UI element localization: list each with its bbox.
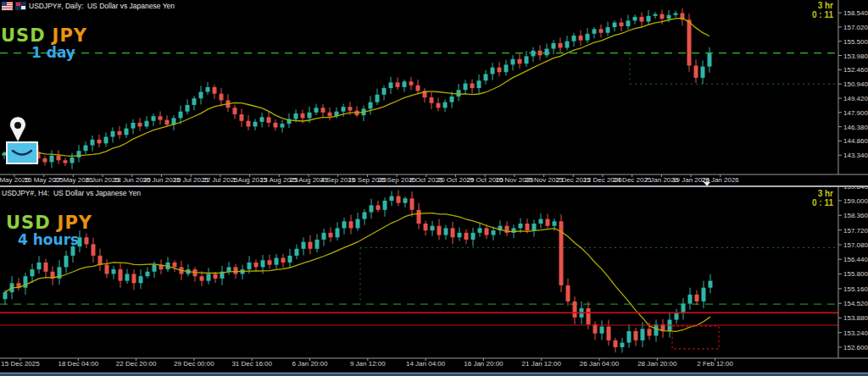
time-tick-label: 15 Dec 2025 [1, 360, 40, 368]
candle-body [687, 19, 692, 65]
candle-body [294, 113, 298, 119]
candle-body [152, 116, 156, 121]
moving-average-line [4, 19, 709, 157]
candle-body [370, 205, 374, 212]
candle-body [477, 80, 481, 88]
moving-average-line [5, 213, 710, 332]
candle-body [3, 292, 8, 299]
candle-body [531, 51, 536, 57]
candle-body [599, 29, 604, 32]
chart-title-h4: USDJPY#, H4: US Dollar vs Japanese Yen [2, 189, 141, 197]
candle-body [613, 23, 617, 28]
candle-body [559, 43, 563, 48]
candle-body [565, 41, 570, 48]
candle-body [309, 242, 313, 249]
price-tick-label: 159.640 [843, 187, 868, 191]
time-tick-label: 22 Dec 20:00 [116, 360, 157, 368]
candle-body [694, 65, 698, 77]
candle-countdown-h4: 3 hr 0 : 11 [812, 189, 833, 207]
candle-body [701, 67, 705, 78]
candle-body [342, 107, 346, 112]
candle-body [302, 242, 306, 249]
time-tick-label: 6 Jan 20:00 [292, 360, 328, 368]
time-tick-label: 9 Jan 12:00 [350, 360, 386, 368]
price-tick-label: 158.360 [843, 212, 868, 219]
candle-body [539, 219, 543, 224]
candle-body [695, 295, 699, 301]
candle-body [647, 16, 651, 22]
candle-body [626, 20, 631, 26]
candle-body [261, 260, 265, 267]
candle-body [206, 87, 210, 92]
chart-header-h4: USDJPY#, H4: US Dollar vs Japanese Yen [2, 189, 141, 197]
candle-body [348, 107, 353, 110]
candle-body [153, 265, 157, 272]
candle-body [220, 94, 224, 101]
candle-body [641, 329, 645, 340]
smile-box-icon[interactable] [6, 141, 38, 164]
candle-body [709, 281, 713, 288]
candle-body [336, 228, 340, 237]
candle-body [274, 123, 278, 128]
candle-body [173, 263, 177, 267]
candle-body [654, 14, 658, 16]
candle-body [275, 258, 279, 265]
countdown-time: 0 : 11 [812, 10, 833, 19]
candle-body [301, 113, 305, 119]
price-tick-label: 157.080 [843, 241, 868, 249]
time-tick-label: 18 Dec 04:00 [58, 360, 99, 368]
candle-body [315, 240, 320, 249]
daily-chart-canvas[interactable]: 158.540157.020155.500153.980152.460150.9… [0, 0, 868, 185]
candle-body [363, 213, 367, 219]
time-tick-label: 14 Jan 04:00 [406, 360, 446, 368]
candle-body [165, 120, 170, 125]
candle-body [91, 140, 95, 146]
candle-body [248, 263, 252, 269]
candle-body [105, 265, 109, 274]
candle-body [227, 267, 231, 271]
candle-body [138, 123, 142, 126]
candle-body [607, 327, 611, 340]
candle-body [457, 90, 461, 97]
candle-body [281, 258, 286, 263]
symbol-jpy-label: JPY [58, 213, 92, 233]
candle-body [118, 131, 122, 135]
candle-body [593, 29, 597, 34]
candle-body [498, 68, 502, 73]
red-levels-group [0, 312, 838, 348]
candle-body [648, 329, 652, 335]
candle-body [660, 14, 665, 19]
price-tick-label: 159.000 [843, 197, 868, 205]
candle-body [254, 263, 259, 267]
candle-body [186, 105, 190, 112]
h4-chart-canvas[interactable]: 159.640159.000158.360157.720157.080156.4… [0, 187, 868, 373]
candle-body [111, 131, 115, 137]
candle-body [57, 156, 61, 161]
time-tick-label: 28 Jan 20:00 [637, 360, 677, 368]
symbol-watermark-h4: USDJPY [6, 213, 92, 233]
candle-body [526, 224, 530, 230]
price-tick-label: 157.720 [843, 227, 868, 235]
candle-body [382, 88, 387, 95]
price-tick-label: 152.460 [843, 66, 868, 74]
candle-body [627, 331, 632, 343]
candle-body [104, 137, 108, 144]
candle-body [281, 124, 285, 127]
candle-body [430, 97, 434, 103]
candle-body [369, 102, 373, 109]
candle-body [546, 219, 550, 226]
candle-body [450, 97, 454, 102]
candle-body [552, 43, 556, 49]
candle-body [485, 228, 489, 235]
pen-nib-icon[interactable] [8, 116, 28, 143]
candle-body [491, 68, 495, 75]
candle-body [145, 121, 149, 127]
candle-body [321, 108, 326, 113]
candle-body [465, 233, 469, 240]
candle-body [214, 274, 218, 278]
candle-body [397, 196, 401, 203]
time-tick-label: 21 Jan 12:00 [522, 360, 562, 368]
countdown-hours: 3 hr [812, 189, 833, 198]
candle-body [233, 108, 237, 114]
candle-body [119, 269, 123, 281]
